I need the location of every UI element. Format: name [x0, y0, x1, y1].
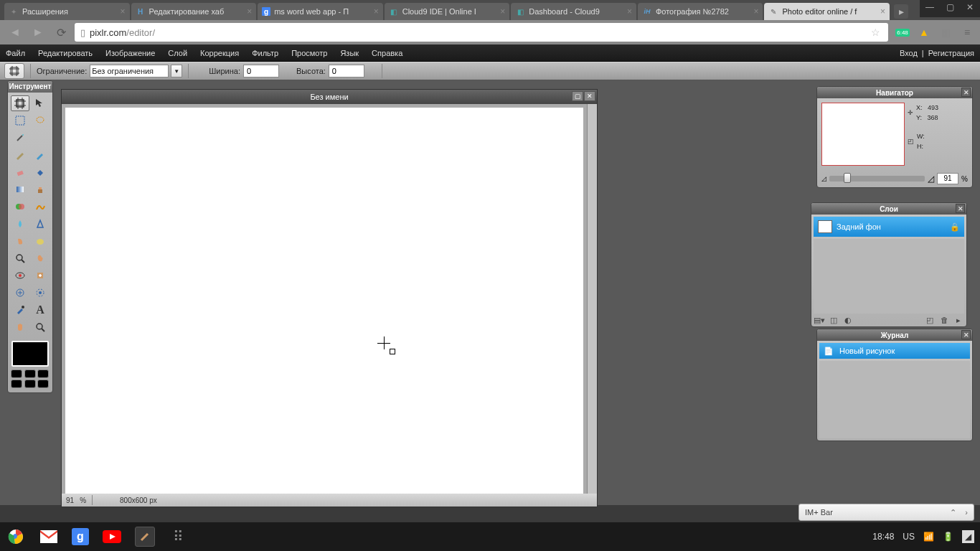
im-plus-bar[interactable]: IM+ Bar ⌃ ›	[798, 504, 974, 521]
zoom-in-icon[interactable]: ◿	[928, 174, 934, 184]
menu-view[interactable]: Просмотр	[291, 49, 327, 57]
tab-close-icon[interactable]: ×	[753, 6, 758, 17]
drawing-tool[interactable]	[31, 199, 50, 215]
gradient-tool[interactable]	[11, 182, 29, 197]
navigator-preview[interactable]	[821, 103, 905, 166]
wifi-icon[interactable]: 📶	[923, 532, 934, 542]
height-input[interactable]	[329, 65, 364, 77]
tab-close-icon[interactable]: ×	[121, 6, 126, 17]
palette-color[interactable]	[11, 369, 22, 378]
google-icon[interactable]: g	[72, 528, 89, 545]
window-minimize-button[interactable]: —	[920, 0, 940, 14]
paint-bucket-tool[interactable]	[31, 164, 50, 180]
clock[interactable]: 18:48	[872, 532, 894, 542]
crop-tool[interactable]	[11, 95, 29, 111]
wand-tool[interactable]	[11, 130, 29, 146]
color-replace-tool[interactable]	[11, 199, 29, 215]
red-eye-tool[interactable]	[11, 268, 29, 283]
panel-close-button[interactable]: ✕	[956, 204, 965, 213]
move-tool[interactable]	[31, 95, 50, 111]
panel-close-button[interactable]: ✕	[961, 88, 971, 97]
eraser-tool[interactable]	[11, 164, 29, 180]
slider-thumb[interactable]	[844, 173, 851, 183]
menu-layer[interactable]: Слой	[168, 49, 187, 57]
browser-tab[interactable]: gms word web app - П×	[258, 3, 383, 20]
vertical-scrollbar[interactable]	[587, 104, 597, 494]
navigator-title[interactable]: Навигатор ✕	[817, 87, 972, 98]
blur-tool[interactable]	[11, 216, 29, 232]
extension-icon[interactable]: ▦	[938, 25, 953, 39]
zoom-slider[interactable]	[829, 176, 925, 182]
marquee-tool[interactable]	[11, 113, 29, 128]
menu-icon[interactable]: ≡	[960, 25, 974, 39]
eyedropper-tool[interactable]	[11, 302, 29, 318]
tab-close-icon[interactable]: ×	[247, 6, 252, 17]
new-tab-button[interactable]: ▸	[894, 4, 908, 19]
back-button[interactable]: ◄	[6, 23, 24, 42]
browser-tab[interactable]: HРедактирование хаб×	[131, 3, 257, 20]
history-item[interactable]: 📄 Новый рисунок	[819, 343, 970, 359]
reload-button[interactable]: ⟳	[52, 23, 70, 42]
doc-maximize-button[interactable]: ▢	[572, 91, 583, 101]
register-link[interactable]: Регистрация	[928, 49, 974, 57]
clone-stamp-tool[interactable]	[31, 182, 50, 197]
palette-color[interactable]	[37, 380, 49, 388]
menu-language[interactable]: Язык	[340, 49, 359, 57]
chevron-up-icon[interactable]: ⌃	[950, 508, 956, 517]
foreground-color-swatch[interactable]	[11, 341, 49, 367]
palette-color[interactable]	[37, 369, 49, 378]
chevron-right-icon[interactable]: ›	[965, 508, 968, 517]
browser-tab[interactable]: ◧Dashboard - Cloud9×	[511, 3, 636, 20]
forward-button[interactable]: ►	[29, 23, 47, 42]
palette-color[interactable]	[24, 369, 36, 378]
layer-menu-icon[interactable]: ▸	[953, 315, 963, 325]
gdrive-icon[interactable]: ▲	[917, 25, 931, 39]
window-maximize-button[interactable]: ▢	[940, 0, 960, 14]
window-close-button[interactable]: ✕	[960, 0, 980, 14]
dodge-tool[interactable]	[11, 250, 29, 266]
burn-tool[interactable]	[31, 250, 50, 266]
youtube-icon[interactable]	[102, 527, 122, 547]
zoom-out-icon[interactable]: ◿	[821, 175, 826, 182]
spot-heal-tool[interactable]	[31, 268, 50, 283]
lasso-tool[interactable]	[31, 113, 50, 128]
layer-style-icon[interactable]: ◐	[843, 315, 853, 325]
menu-edit[interactable]: Редактировать	[38, 49, 93, 57]
extension-icon[interactable]: 6:48	[895, 25, 910, 39]
pinch-tool[interactable]	[31, 285, 50, 301]
gmail-icon[interactable]	[39, 527, 59, 547]
menu-filter[interactable]: Фильтр	[252, 49, 278, 57]
sponge-tool[interactable]	[31, 233, 50, 249]
battery-icon[interactable]: 🔋	[943, 532, 953, 542]
palette-color[interactable]	[24, 380, 36, 388]
menu-file[interactable]: Файл	[6, 49, 25, 57]
apps-grid-icon[interactable]: ⠿	[168, 527, 188, 547]
system-icon[interactable]: ◢	[962, 530, 974, 543]
panel-close-button[interactable]: ✕	[961, 330, 971, 339]
browser-tab[interactable]: iHФотография №2782×	[638, 3, 763, 20]
app-icon[interactable]	[135, 527, 155, 547]
pencil-tool[interactable]	[11, 147, 29, 163]
canvas[interactable]	[65, 108, 583, 499]
history-title[interactable]: Журнал ✕	[817, 329, 972, 341]
new-layer-icon[interactable]: ◰	[925, 315, 935, 325]
layer-settings-icon[interactable]: ▤▾	[814, 315, 824, 325]
tab-close-icon[interactable]: ×	[500, 6, 505, 17]
lock-icon[interactable]: 🔒	[950, 222, 960, 232]
tab-close-icon[interactable]: ×	[627, 6, 632, 17]
login-link[interactable]: Вход	[900, 49, 918, 57]
doc-close-button[interactable]: ✕	[584, 91, 595, 101]
menu-adjustment[interactable]: Коррекция	[200, 49, 239, 57]
chrome-icon[interactable]	[6, 527, 26, 547]
dropdown-icon[interactable]: ▼	[171, 65, 182, 77]
type-tool[interactable]: A	[31, 302, 50, 318]
browser-tab[interactable]: ◧Cloud9 IDE | Online I×	[385, 3, 510, 20]
tab-close-icon[interactable]: ×	[374, 6, 379, 17]
browser-tab-active[interactable]: ✎Photo editor online / f×	[764, 3, 890, 20]
brush-tool[interactable]	[31, 147, 50, 163]
width-input[interactable]	[243, 65, 279, 77]
bloat-tool[interactable]	[11, 285, 29, 301]
zoom-tool[interactable]	[31, 319, 50, 335]
tab-close-icon[interactable]: ×	[880, 6, 885, 17]
menu-help[interactable]: Справка	[372, 49, 402, 57]
